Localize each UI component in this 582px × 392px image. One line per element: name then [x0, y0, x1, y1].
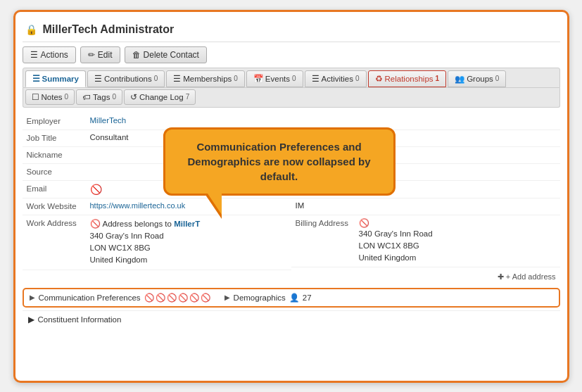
work-address-content: 🚫 Address belongs to MillerT 340 Gray's … [90, 218, 201, 267]
callout-text: Communication Preferences and Demographi… [187, 141, 370, 182]
delete-contact-button[interactable]: 🗑 Delete Contact [125, 46, 207, 63]
tab-contributions[interactable]: ☰ Contributions 0 [87, 70, 165, 87]
jobtitle-label: Job Title [27, 133, 90, 142]
billing-address-line1: 340 Gray's Inn Road [359, 228, 433, 240]
tab-memberships[interactable]: ☰ Memberships 0 [166, 70, 245, 87]
main-frame: 🔒 MillerTech Administrator ☰ Actions ✏ E… [13, 10, 569, 383]
actions-button[interactable]: ☰ Actions [23, 46, 76, 63]
billing-address-content: 🚫 340 Gray's Inn Road LON WC1X 8BG Unite… [359, 218, 433, 265]
lock-icon: 🔒 [25, 24, 37, 35]
cp-icon4: 🚫 [178, 293, 188, 303]
employer-label: Employer [27, 116, 90, 125]
tags-icon: 🏷 [82, 93, 91, 101]
memberships-icon: ☰ [173, 74, 181, 84]
millertech-link[interactable]: MillerT [174, 220, 200, 228]
comm-prefs-label: Communication Preferences [39, 293, 141, 302]
tab-tags[interactable]: 🏷 Tags 0 [76, 89, 122, 105]
tab-notes[interactable]: ☐ Notes 0 [25, 89, 75, 105]
cp-icon1: 🚫 [144, 293, 154, 303]
cp-icon5: 🚫 [189, 293, 199, 303]
add-address-button[interactable]: ✚ + Add address [23, 270, 560, 284]
comm-prefs-arrow: ▶ [30, 293, 35, 301]
toolbar: ☰ Actions ✏ Edit 🗑 Delete Contact [23, 46, 560, 63]
right-im-row: IM [291, 198, 560, 215]
page-title: MillerTech Administrator [43, 23, 175, 36]
demographics-person-icon: 👤 [289, 293, 299, 303]
tab-changelog[interactable]: ↺ Change Log 7 [124, 89, 196, 105]
work-address-line3: United Kingdom [90, 254, 201, 266]
activities-icon: ☰ [312, 74, 320, 84]
tab-summary[interactable]: ☰ Summary [25, 70, 86, 87]
cp-icon2: 🚫 [156, 293, 165, 303]
cp-icon3: 🚫 [167, 293, 177, 303]
menu-icon: ☰ [30, 50, 38, 60]
work-website-row: Work Website https://www.millertech.co.u… [23, 198, 291, 215]
work-address-no-icon: 🚫 [90, 219, 101, 229]
content-area: Communication Preferences and Demographi… [23, 113, 560, 328]
demographics-label: Demographics [234, 293, 286, 302]
work-address-line2: LON WC1X 8BG [90, 242, 201, 254]
contributions-icon: ☰ [94, 74, 102, 84]
callout-tooltip: Communication Preferences and Demographi… [163, 127, 396, 196]
changelog-icon: ↺ [130, 92, 137, 102]
tab-activities[interactable]: ☰ Activities 0 [305, 70, 367, 87]
source-label: Source [27, 167, 90, 176]
demographics-count: 27 [303, 293, 312, 302]
trash-icon: 🗑 [132, 50, 141, 60]
work-address-row: Work Address 🚫 Address belongs to Miller… [23, 215, 291, 270]
demographics-section[interactable]: ▶ Demographics 👤 27 [224, 293, 312, 303]
billing-address-no-icon: 🚫 [359, 218, 369, 228]
demographics-arrow: ▶ [224, 293, 230, 301]
billing-address-label: Billing Address [296, 218, 359, 227]
employer-value[interactable]: MillerTech [90, 116, 287, 125]
title-bar: 🔒 MillerTech Administrator [23, 19, 560, 42]
work-website-value[interactable]: https://www.millertech.co.uk [90, 201, 287, 210]
bottom-strip: ▶ Communication Preferences 🚫 🚫 🚫 🚫 🚫 🚫 … [23, 288, 560, 308]
pencil-icon: ✏ [88, 50, 95, 60]
work-address-line1: 340 Gray's Inn Road [90, 230, 201, 242]
groups-icon: 👥 [455, 74, 464, 84]
right-im-value: IM [296, 201, 556, 210]
work-address-label: Work Address [27, 218, 90, 227]
email-label: Email [27, 184, 90, 193]
summary-icon: ☰ [32, 74, 40, 84]
email-no-icon[interactable]: 🚫 [90, 184, 102, 195]
work-website-label: Work Website [27, 201, 90, 210]
comm-prefs-section[interactable]: ▶ Communication Preferences 🚫 🚫 🚫 🚫 🚫 🚫 [30, 293, 210, 303]
tab-groups[interactable]: 👥 Groups 0 [448, 70, 506, 87]
comm-prefs-icons: 🚫 🚫 🚫 🚫 🚫 🚫 [144, 293, 210, 303]
ci-arrow: ▶ [28, 315, 34, 324]
cp-icon6: 🚫 [201, 293, 210, 303]
events-icon: 📅 [253, 74, 263, 84]
tab-relationships[interactable]: ♻ Relationships 1 [368, 70, 447, 87]
constituent-info-row[interactable]: ▶ Constituent Information [23, 310, 560, 328]
plus-icon: ✚ [498, 272, 504, 282]
billing-address-line3: United Kingdom [359, 252, 433, 264]
relationships-icon: ♻ [375, 74, 383, 84]
constituent-info-label: Constituent Information [38, 315, 122, 324]
edit-button[interactable]: ✏ Edit [80, 46, 120, 63]
billing-address-line2: LON WC1X 8BG [359, 240, 433, 252]
notes-icon: ☐ [32, 92, 39, 102]
tabs-row2: ☐ Notes 0 🏷 Tags 0 ↺ Change Log 7 [23, 88, 560, 108]
nickname-label: Nickname [27, 150, 90, 159]
tabs-row1: ☰ Summary ☰ Contributions 0 ☰ Membership… [23, 68, 560, 88]
tab-events[interactable]: 📅 Events 0 [246, 70, 303, 87]
billing-address-row: Billing Address 🚫 340 Gray's Inn Road LO… [291, 215, 560, 268]
